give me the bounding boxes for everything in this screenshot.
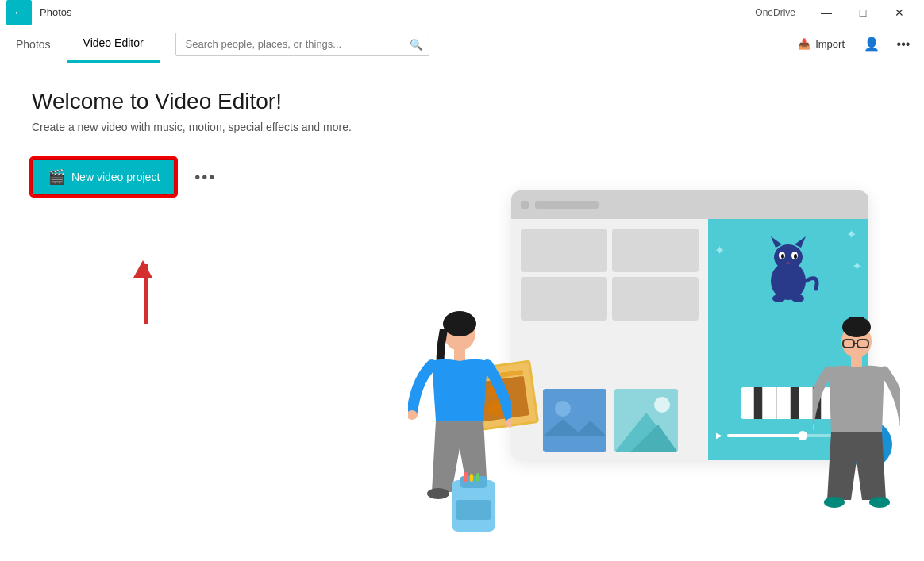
svg-rect-28	[456, 500, 491, 520]
toolbar-right: 📥 Import 👤 •••	[788, 30, 924, 59]
screen-topbar	[511, 190, 868, 219]
svg-rect-21	[454, 349, 465, 362]
video-icon: 🎬	[48, 168, 65, 186]
import-label: Import	[815, 38, 845, 50]
tab-video-editor[interactable]: Video Editor	[67, 25, 160, 63]
import-button[interactable]: 📥 Import	[788, 33, 854, 55]
mountain-tile	[614, 389, 678, 452]
svg-point-42	[869, 497, 890, 508]
piano-key-5	[791, 387, 799, 419]
svg-rect-30	[470, 474, 473, 482]
svg-point-1	[774, 244, 803, 270]
photo-tile	[543, 389, 606, 452]
topbar-title	[535, 201, 599, 209]
app-name: Photos	[40, 6, 755, 18]
photo-tile-svg	[543, 389, 606, 452]
screen-cell-1	[521, 229, 607, 272]
svg-point-24	[427, 488, 449, 499]
window-controls: — □ ✕	[808, 0, 918, 25]
sparkle-2: ✦	[852, 259, 862, 274]
sparkle-1: ✦	[846, 227, 857, 242]
svg-rect-31	[476, 473, 479, 482]
title-bar: ← Photos OneDrive — □ ✕	[0, 0, 924, 25]
piano-key-2	[754, 387, 763, 419]
screen-cell-4	[612, 277, 699, 321]
piano-key-1	[741, 387, 754, 419]
welcome-subtitle: Create a new video with music, motion, s…	[32, 121, 892, 133]
backpack	[448, 472, 499, 540]
svg-marker-2	[771, 236, 782, 248]
arrow-shaft	[144, 264, 148, 324]
minimize-button[interactable]: —	[808, 0, 845, 25]
more-icon: •••	[897, 37, 911, 52]
search-input[interactable]	[175, 33, 429, 56]
svg-point-10	[791, 294, 804, 302]
arrow-head	[133, 260, 152, 278]
screen-cell-2	[612, 229, 699, 272]
tab-photos[interactable]: Photos	[0, 25, 67, 63]
more-options-button[interactable]: •••	[889, 30, 918, 59]
piano-key-4	[777, 387, 791, 419]
svg-rect-29	[464, 472, 468, 482]
sparkle-3: ✦	[714, 243, 725, 258]
search-button[interactable]: 🔍	[410, 38, 423, 50]
screen-grid	[521, 229, 699, 321]
person-button[interactable]: 👤	[857, 30, 886, 59]
svg-point-6	[781, 254, 784, 259]
illustration: ✦ ✦ ✦ ▶	[432, 190, 876, 532]
maximize-button[interactable]: □	[845, 0, 881, 25]
back-button[interactable]: ←	[6, 0, 32, 25]
svg-point-14	[555, 401, 571, 417]
tab-bar: Photos Video Editor 🔍 📥 Import 👤 •••	[0, 25, 924, 63]
piano-key-3	[763, 387, 776, 419]
svg-point-7	[794, 254, 797, 259]
main-content: Welcome to Video Editor! Create a new vi…	[0, 63, 924, 259]
progress-fill	[727, 434, 807, 437]
svg-point-9	[772, 294, 785, 302]
progress-thumb	[798, 431, 807, 440]
cat-illustration	[757, 233, 820, 305]
close-button[interactable]: ✕	[881, 0, 918, 25]
screen-cell-3	[521, 277, 607, 321]
svg-point-20	[443, 311, 476, 336]
svg-point-41	[824, 497, 845, 508]
play-icon: ▶	[716, 431, 722, 440]
search-bar: 🔍	[175, 33, 429, 56]
piano-key-6	[799, 387, 813, 419]
search-icon: 🔍	[410, 38, 423, 50]
svg-rect-38	[851, 356, 862, 368]
svg-rect-13	[543, 389, 606, 452]
onedrive-label: OneDrive	[755, 7, 795, 18]
topbar-dot	[521, 201, 529, 209]
woman-right	[813, 317, 900, 540]
mountain-svg	[614, 389, 678, 452]
svg-marker-3	[795, 236, 806, 248]
screen-left-panel	[511, 219, 708, 460]
import-icon: 📥	[798, 38, 810, 50]
new-video-project-button[interactable]: 🎬 New video project	[32, 159, 175, 195]
person-icon: 👤	[864, 37, 880, 52]
welcome-title: Welcome to Video Editor!	[32, 89, 892, 114]
new-video-label: New video project	[71, 171, 160, 183]
back-icon: ←	[13, 6, 25, 20]
svg-point-18	[654, 397, 670, 413]
more-actions-button[interactable]: •••	[188, 162, 222, 193]
